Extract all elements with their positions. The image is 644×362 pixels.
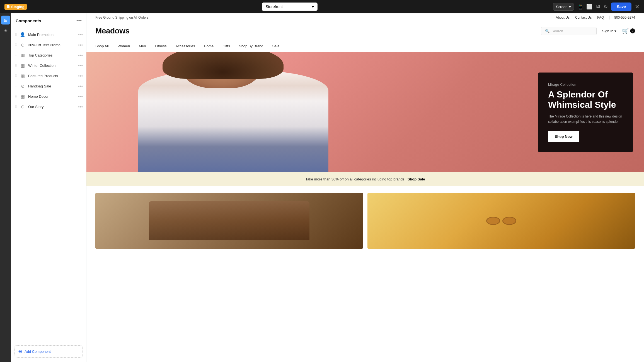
component-label: Our Story bbox=[28, 105, 75, 109]
drag-handle-icon: ⠿ bbox=[14, 33, 17, 37]
grid3-icon: ▦ bbox=[20, 73, 25, 79]
sf-faq-link[interactable]: FAQ bbox=[597, 16, 604, 19]
desktop-icon[interactable]: 🖥 bbox=[595, 4, 600, 10]
components-list: ⠿ 👤 Main Promotion ••• ⠿ ⊙ 30% Off Text … bbox=[11, 27, 86, 343]
device-icons: 📱 ⬜ 🖥 bbox=[577, 4, 600, 10]
nav-item-shop-by-brand[interactable]: Shop By Brand bbox=[239, 40, 263, 52]
nav-item-shop-all[interactable]: Shop All bbox=[95, 40, 109, 52]
sf-shipping-text: Free Ground Shipping on All Orders bbox=[95, 16, 149, 19]
product-card-right[interactable] bbox=[367, 193, 635, 249]
promo-text: Take more than 30% off on all categories… bbox=[305, 177, 404, 181]
grid-icon: ▦ bbox=[20, 53, 25, 58]
sf-search-box[interactable]: 🔍 Search bbox=[541, 27, 597, 35]
storefront-selector[interactable]: Storefront ▾ bbox=[262, 3, 318, 11]
nav-item-women[interactable]: Women bbox=[118, 40, 130, 52]
component-item-30off-promo[interactable]: ⠿ ⊙ 30% Off Text Promo ••• bbox=[11, 40, 86, 50]
cart-count-badge: 2 bbox=[630, 28, 635, 33]
component-item-featured-products[interactable]: ⠿ ▦ Featured Products ••• bbox=[11, 71, 86, 81]
sf-signin[interactable]: Sign In ▾ bbox=[602, 29, 616, 33]
sf-nav: Shop All Women Men Fitness Accessories H… bbox=[86, 40, 644, 52]
component-item-our-story[interactable]: ⠿ ⊙ Our Story ••• bbox=[11, 102, 86, 112]
save-button[interactable]: Save bbox=[611, 3, 631, 11]
sf-header-right: 🔍 Search Sign In ▾ 🛒 2 bbox=[541, 27, 635, 35]
hero-shop-now-button[interactable]: Shop Now bbox=[548, 131, 579, 142]
component-item-handbag-sale[interactable]: ⠿ ⊙ Handbag Sale ••• bbox=[11, 81, 86, 91]
component-more-icon[interactable]: ••• bbox=[78, 104, 83, 109]
component-item-winter-collection[interactable]: ⠿ ▦ Winter Collection ••• bbox=[11, 60, 86, 71]
refresh-icon[interactable]: ↻ bbox=[604, 4, 608, 10]
preview-area: Free Ground Shipping on All Orders About… bbox=[86, 13, 644, 362]
sf-hero-card: Mirage Collection A Splendor Of Whimsica… bbox=[538, 73, 633, 152]
screen-selector[interactable]: Screen ▾ bbox=[553, 3, 574, 11]
component-more-icon[interactable]: ••• bbox=[78, 53, 83, 58]
component-more-icon[interactable]: ••• bbox=[78, 84, 83, 89]
sf-phone: 800-555-9274 bbox=[609, 16, 635, 19]
components-more-icon[interactable]: ••• bbox=[76, 18, 82, 24]
storefront-preview: Free Ground Shipping on All Orders About… bbox=[86, 13, 644, 362]
component-more-icon[interactable]: ••• bbox=[78, 94, 83, 99]
nav-item-sale[interactable]: Sale bbox=[272, 40, 279, 52]
tag-icon: ⊙ bbox=[20, 42, 25, 48]
drag-handle-icon: ⠿ bbox=[14, 95, 17, 99]
tablet-icon[interactable]: ⬜ bbox=[586, 4, 592, 10]
sf-header: Meadows 🔍 Search Sign In ▾ 🛒 2 bbox=[86, 22, 644, 40]
hero-description: The Mirage Collection is here and this n… bbox=[548, 114, 623, 124]
product-card-left[interactable] bbox=[95, 193, 363, 249]
top-bar: Staging Storefront ▾ Screen ▾ 📱 ⬜ 🖥 ↻ Sa… bbox=[0, 0, 644, 13]
sf-logo[interactable]: Meadows bbox=[95, 26, 130, 35]
icon-rail: ⊞ ◈ bbox=[0, 13, 11, 362]
promo-shop-sale-link[interactable]: Shop Sale bbox=[408, 177, 425, 181]
product-image-sunglasses bbox=[486, 217, 516, 225]
component-item-top-categories[interactable]: ⠿ ▦ Top Categories ••• bbox=[11, 50, 86, 60]
chevron-down-icon: ▾ bbox=[312, 4, 314, 9]
layers-rail-btn[interactable]: ◈ bbox=[1, 26, 10, 35]
hero-model-area bbox=[86, 52, 432, 172]
sf-cart[interactable]: 🛒 2 bbox=[622, 28, 635, 34]
sf-products-section bbox=[86, 186, 644, 249]
top-bar-right: Screen ▾ 📱 ⬜ 🖥 ↻ Save ✕ bbox=[553, 3, 640, 11]
cart-icon: 🛒 bbox=[622, 28, 629, 34]
grid4-icon: ▦ bbox=[20, 94, 25, 99]
component-label: Winter Collection bbox=[28, 63, 75, 68]
sf-hero: Mirage Collection A Splendor Of Whimsica… bbox=[86, 52, 644, 172]
component-item-main-promotion[interactable]: ⠿ 👤 Main Promotion ••• bbox=[11, 30, 86, 40]
component-label: Handbag Sale bbox=[28, 84, 75, 88]
component-more-icon[interactable]: ••• bbox=[78, 74, 83, 79]
model-hair-shape bbox=[163, 52, 284, 79]
component-label: Home Decor bbox=[28, 94, 75, 99]
storefront-label: Storefront bbox=[265, 4, 282, 9]
nav-item-gifts[interactable]: Gifts bbox=[222, 40, 230, 52]
screen-label: Screen bbox=[556, 5, 567, 9]
component-more-icon[interactable]: ••• bbox=[78, 43, 83, 48]
drag-handle-icon: ⠿ bbox=[14, 84, 17, 88]
add-component-label: Add Component bbox=[25, 349, 51, 354]
component-item-home-decor[interactable]: ⠿ ▦ Home Decor ••• bbox=[11, 91, 86, 102]
nav-item-home[interactable]: Home bbox=[204, 40, 214, 52]
component-more-icon[interactable]: ••• bbox=[78, 32, 83, 37]
add-component-button[interactable]: ⊕ Add Component bbox=[14, 345, 83, 358]
drag-handle-icon: ⠿ bbox=[14, 74, 17, 78]
screen-chevron-icon: ▾ bbox=[569, 5, 571, 9]
signin-chevron-icon: ▾ bbox=[614, 29, 616, 33]
person-icon: 👤 bbox=[20, 32, 25, 37]
sf-topbar-right: About Us Contact Us FAQ 800-555-9274 bbox=[556, 16, 635, 19]
mobile-icon[interactable]: 📱 bbox=[577, 4, 584, 10]
tag2-icon: ⊙ bbox=[20, 84, 25, 89]
sf-about-us-link[interactable]: About Us bbox=[556, 16, 570, 19]
nav-item-accessories[interactable]: Accessories bbox=[175, 40, 195, 52]
top-bar-center: Storefront ▾ bbox=[30, 3, 549, 11]
plus-circle-icon: ⊕ bbox=[18, 348, 22, 354]
component-label: 30% Off Text Promo bbox=[28, 43, 75, 47]
nav-item-men[interactable]: Men bbox=[139, 40, 146, 52]
nav-item-fitness[interactable]: Fitness bbox=[155, 40, 167, 52]
component-more-icon[interactable]: ••• bbox=[78, 63, 83, 68]
grid2-icon: ▦ bbox=[20, 63, 25, 68]
tag3-icon: ⊙ bbox=[20, 104, 25, 109]
close-icon[interactable]: ✕ bbox=[635, 3, 640, 10]
hero-subtitle: Mirage Collection bbox=[548, 83, 623, 87]
component-label: Top Categories bbox=[28, 53, 75, 57]
drag-handle-icon: ⠿ bbox=[14, 105, 17, 109]
components-rail-btn[interactable]: ⊞ bbox=[1, 16, 10, 25]
sf-contact-us-link[interactable]: Contact Us bbox=[575, 16, 592, 19]
sf-signin-label: Sign In bbox=[602, 29, 613, 33]
